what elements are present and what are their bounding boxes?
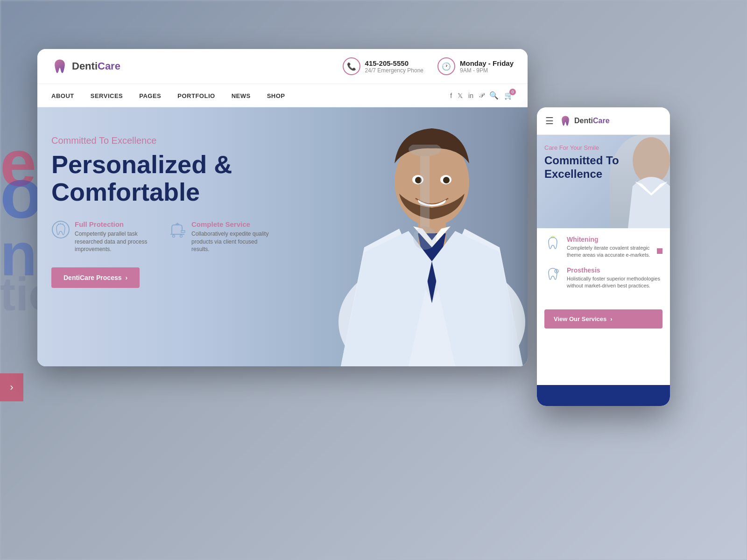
nav-item-services[interactable]: SERVICES: [91, 91, 123, 100]
arrow-right-icon: ›: [126, 274, 128, 281]
pinterest-icon[interactable]: 𝒫: [479, 91, 484, 99]
prosthesis-desc: Holistically foster superior methodologi…: [567, 275, 662, 290]
hours-time: 9AM - 9PM: [460, 67, 514, 74]
btn-arrow-icon: ›: [610, 315, 612, 322]
nav-item-portfolio[interactable]: PORTFOLIO: [177, 91, 215, 100]
service-prosthesis: Prosthesis Holistically foster superior …: [544, 266, 662, 290]
whitening-title: Whitening: [567, 236, 662, 243]
nav-item-pages[interactable]: PAGES: [139, 91, 161, 100]
mobile-services: Whitening Completely iterate covalent st…: [537, 228, 670, 305]
cart-badge: 0: [509, 89, 516, 95]
mobile-tooth-icon: [559, 115, 571, 127]
feature2-title: Complete Service: [191, 220, 271, 228]
svg-point-12: [180, 235, 183, 237]
phone-contact: 📞 415-205-5550 24/7 Emergency Phone: [343, 57, 423, 75]
prosthesis-icon: [544, 266, 561, 283]
dental-equipment: [397, 145, 453, 287]
prosthesis-title: Prosthesis: [567, 266, 662, 274]
doctor-area: [258, 107, 528, 366]
logo-text: DentiCare: [72, 60, 120, 72]
hero-title: Personalized & Comfortable: [51, 151, 271, 206]
mobile-hero-subtitle: Care For Your Smile: [544, 144, 619, 151]
mobile-hero: Care For Your Smile Committed To Excelle…: [537, 135, 670, 228]
phone-number: 415-205-5550: [365, 59, 423, 67]
shield-tooth-icon: [51, 220, 70, 239]
svg-point-8: [409, 145, 441, 156]
hamburger-icon[interactable]: ☰: [545, 115, 554, 126]
svg-rect-7: [420, 145, 430, 238]
hours-days: Monday - Friday: [460, 59, 514, 67]
view-services-button[interactable]: View Our Services ›: [544, 309, 662, 329]
mobile-hero-content: Care For Your Smile Committed To Excelle…: [544, 144, 619, 181]
mobile-logo-text: DentiCare: [574, 117, 610, 125]
linkedin-icon[interactable]: in: [468, 92, 473, 99]
nav-links: ABOUT SERVICES PAGES PORTFOLIO NEWS SHOP: [51, 91, 285, 100]
svg-point-9: [413, 226, 437, 250]
twitter-icon[interactable]: 𝕏: [458, 92, 463, 99]
nav-right: f 𝕏 in 𝒫 🔍 🛒 0: [450, 91, 514, 100]
nav-item-news[interactable]: NEWS: [232, 91, 251, 100]
phone-label: 24/7 Emergency Phone: [365, 67, 423, 74]
mobile-logo: DentiCare: [559, 115, 610, 127]
search-button[interactable]: 🔍: [489, 91, 499, 100]
logo: DentiCare: [51, 58, 120, 75]
facebook-icon[interactable]: f: [450, 92, 452, 99]
site-header: DentiCare 📞 415-205-5550 24/7 Emergency …: [37, 49, 528, 84]
site-nav: ABOUT SERVICES PAGES PORTFOLIO NEWS SHOP…: [37, 84, 528, 107]
nav-item-about[interactable]: ABOUT: [51, 91, 74, 100]
hero-section: Committed To Excellence Personalized & C…: [37, 107, 528, 366]
service-whitening: Whitening Completely iterate covalent st…: [544, 236, 662, 259]
hero-subtitle: Committed To Excellence: [51, 135, 271, 146]
svg-point-11: [173, 235, 175, 237]
whitening-desc: Completely iterate covalent strategic th…: [567, 245, 662, 259]
mobile-hero-title: Committed To Excellence: [544, 154, 619, 181]
mobile-header: ☰ DentiCare: [537, 107, 670, 135]
feature-complete-service: Complete Service Collaboratively expedit…: [168, 220, 271, 253]
desktop-window: DentiCare 📞 415-205-5550 24/7 Emergency …: [37, 49, 528, 366]
hours-contact: 🕐 Monday - Friday 9AM - 9PM: [437, 57, 514, 75]
nav-item-shop[interactable]: SHOP: [267, 91, 285, 100]
dental-chair-icon: [168, 220, 187, 239]
tooth-logo-icon: [51, 58, 68, 75]
clock-icon: 🕐: [437, 57, 455, 75]
feature2-desc: Collaboratively expedite quality product…: [191, 230, 271, 253]
cart-button[interactable]: 🛒 0: [504, 91, 514, 100]
whitening-icon: [544, 236, 561, 252]
accent-square: [657, 248, 662, 254]
mobile-footer-bar: [537, 385, 670, 406]
side-arrow[interactable]: ›: [0, 373, 23, 401]
mobile-window: ☰ DentiCare: [537, 107, 670, 406]
feature1-title: Full Protection: [75, 220, 154, 228]
hero-cta-button[interactable]: DentiCare Process ›: [51, 267, 140, 288]
feature-full-protection: Full Protection Competently parallel tas…: [51, 220, 154, 253]
header-contact: 📞 415-205-5550 24/7 Emergency Phone 🕐 Mo…: [343, 57, 514, 75]
hero-content: Committed To Excellence Personalized & C…: [51, 135, 271, 288]
hero-features: Full Protection Competently parallel tas…: [51, 220, 271, 253]
phone-icon: 📞: [343, 57, 360, 75]
feature1-desc: Competently parallel task researched dat…: [75, 230, 154, 253]
